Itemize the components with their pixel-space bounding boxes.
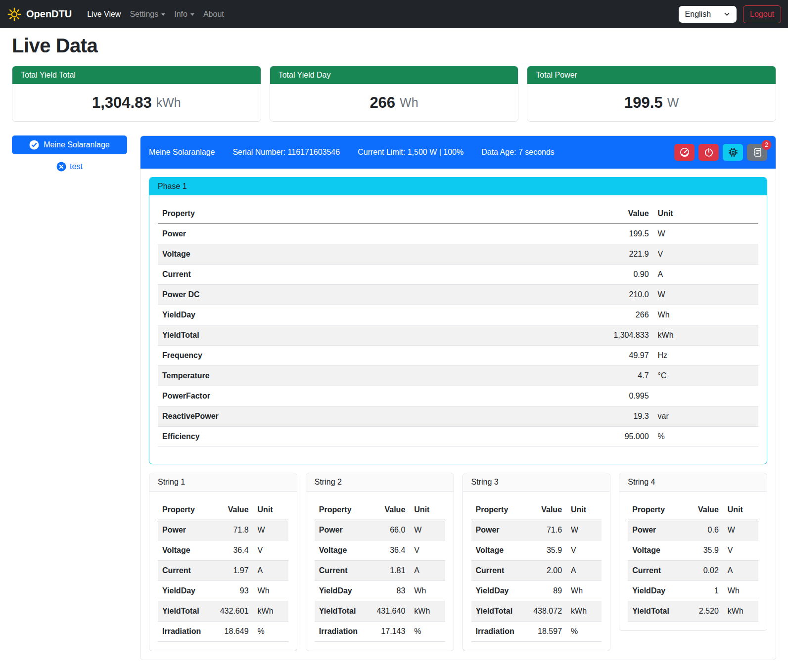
device-info-button[interactable] <box>723 144 743 161</box>
table-row: YieldDay 266 Wh <box>158 305 758 325</box>
caret-down-icon <box>190 13 194 16</box>
property-cell: YieldDay <box>471 581 524 601</box>
unit-cell: % <box>566 622 602 642</box>
power-button[interactable] <box>698 144 719 161</box>
string-title: String 4 <box>619 473 767 492</box>
inverter-item-test[interactable]: test <box>12 162 127 172</box>
header-row: Property Value Unit <box>628 500 758 520</box>
unit-cell: % <box>253 622 288 642</box>
table-head: Property Value Unit <box>628 500 758 520</box>
card-value: 266 <box>370 94 395 112</box>
card-title: Total Yield Total <box>12 66 261 84</box>
string-body: Property Value Unit Power <box>306 492 454 651</box>
unit-cell: kWh <box>723 601 758 622</box>
value-cell: 71.8 <box>211 520 253 540</box>
nav-item-live-view[interactable]: Live View <box>83 6 125 23</box>
unit-cell <box>653 386 758 406</box>
unit-cell: var <box>653 406 758 427</box>
inverter-select-button[interactable]: Meine Solaranlage <box>12 135 127 154</box>
string-4-card: String 4 Property Value Unit <box>619 473 767 631</box>
card-value: 1,304.83 <box>92 94 152 112</box>
table-row: YieldTotal 2.520 kWh <box>628 601 758 622</box>
value-cell: 0.02 <box>681 561 723 581</box>
property-cell: ReactivePower <box>158 406 588 427</box>
phase-body: Property Value Unit Power <box>149 195 767 464</box>
col-property: Property <box>628 500 681 520</box>
col-property: Property <box>158 500 211 520</box>
property-cell: YieldTotal <box>158 325 588 346</box>
table-row: PowerFactor 0.995 <box>158 386 758 406</box>
property-cell: Temperature <box>158 366 588 386</box>
table-head: Property Value Unit <box>158 500 288 520</box>
inverter-limit: Current Limit: 1,500 W | 100% <box>358 148 464 157</box>
col-property: Property <box>471 500 524 520</box>
col-value: Value <box>588 204 653 224</box>
unit-cell: W <box>653 224 758 244</box>
unit-cell: Wh <box>566 581 602 601</box>
inverter-card: Meine Solaranlage Serial Number: 1161716… <box>140 135 776 660</box>
table-row: Frequency 49.97 Hz <box>158 346 758 366</box>
col-unit: Unit <box>566 500 602 520</box>
col-property: Property <box>315 500 368 520</box>
nav-item-settings-label: Settings <box>130 10 158 19</box>
unit-cell: A <box>653 265 758 285</box>
unit-cell: kWh <box>566 601 602 622</box>
table-row: YieldTotal 431.640 kWh <box>315 601 445 622</box>
card-unit: Wh <box>400 95 418 110</box>
value-cell: 95.000 <box>588 427 653 447</box>
property-cell: Current <box>315 561 368 581</box>
unit-cell: Hz <box>653 346 758 366</box>
limit-settings-button[interactable] <box>674 144 695 161</box>
sun-icon <box>7 7 22 22</box>
unit-cell: W <box>566 520 602 540</box>
table-row: YieldDay 89 Wh <box>471 581 602 601</box>
string-3-card: String 3 Property Value Unit <box>463 473 611 651</box>
property-cell: YieldTotal <box>158 601 211 622</box>
inverter-name: Meine Solaranlage <box>149 148 215 157</box>
nav-item-info[interactable]: Info <box>170 6 199 23</box>
property-cell: Power <box>158 520 211 540</box>
strings-grid: String 1 Property Value Unit <box>149 473 767 651</box>
value-cell: 438.072 <box>524 601 566 622</box>
table-row: YieldTotal 438.072 kWh <box>471 601 602 622</box>
event-log-button[interactable]: 2 <box>747 144 767 161</box>
header-row: Property Value Unit <box>158 500 288 520</box>
value-cell: 36.4 <box>367 540 410 561</box>
string-body: Property Value Unit Power <box>149 492 297 651</box>
property-cell: Voltage <box>471 540 524 561</box>
unit-cell: % <box>410 622 445 642</box>
cpu-icon <box>728 147 738 157</box>
brand-label: OpenDTU <box>26 8 72 20</box>
unit-cell: kWh <box>253 601 288 622</box>
navbar: OpenDTU Live View Settings Info About En… <box>0 0 788 28</box>
unit-cell: A <box>410 561 445 581</box>
property-cell: YieldDay <box>158 581 211 601</box>
table-row: Current 2.00 A <box>471 561 602 581</box>
table-row: Voltage 36.4 V <box>315 540 445 561</box>
table-row: YieldTotal 432.601 kWh <box>158 601 288 622</box>
card-unit: W <box>667 95 679 110</box>
col-value: Value <box>211 500 253 520</box>
value-cell: 49.97 <box>588 346 653 366</box>
table-row: Irradiation 17.143 % <box>315 622 445 642</box>
table-row: YieldTotal 1,304.833 kWh <box>158 325 758 346</box>
nav-links: Live View Settings Info About <box>83 6 229 23</box>
nav-item-about[interactable]: About <box>199 6 229 23</box>
value-cell: 35.9 <box>524 540 566 561</box>
logout-button[interactable]: Logout <box>743 5 781 23</box>
property-cell: YieldTotal <box>471 601 524 622</box>
value-cell: 4.7 <box>588 366 653 386</box>
unit-cell: °C <box>653 366 758 386</box>
property-cell: YieldDay <box>158 305 588 325</box>
string-table-body: Power 71.8 W Voltage 36.4 V <box>158 520 288 642</box>
nav-item-settings[interactable]: Settings <box>125 6 170 23</box>
language-select[interactable]: English <box>679 6 737 23</box>
unit-cell: W <box>723 520 758 540</box>
caret-down-icon <box>161 13 165 16</box>
col-unit: Unit <box>653 204 758 224</box>
property-cell: PowerFactor <box>158 386 588 406</box>
brand[interactable]: OpenDTU <box>7 7 72 22</box>
value-cell: 210.0 <box>588 285 653 305</box>
total-yield-day-card: Total Yield Day 266 Wh <box>270 66 519 122</box>
value-cell: 71.6 <box>524 520 566 540</box>
